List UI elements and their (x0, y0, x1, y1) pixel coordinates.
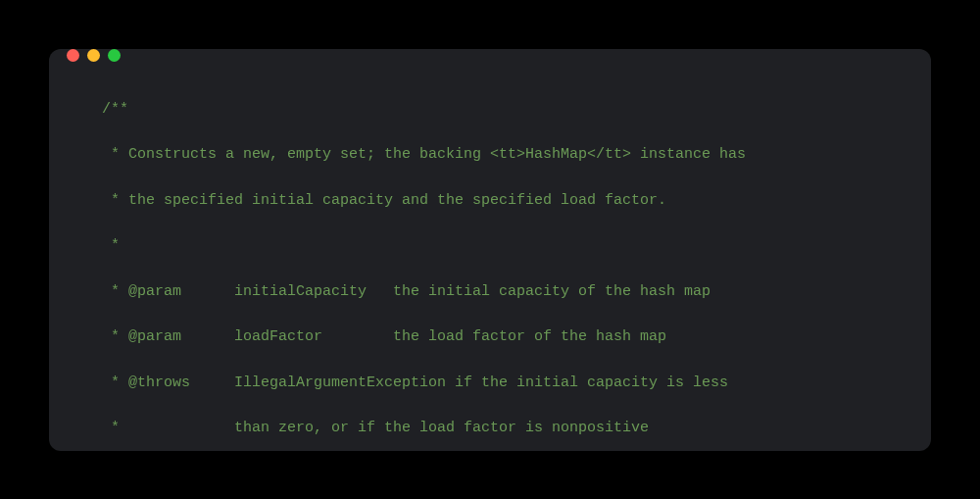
comment-line: * @throws IllegalArgumentException if th… (102, 372, 921, 394)
comment-line: * the specified initial capacity and the… (102, 189, 921, 212)
comment-line: * @param initialCapacity the initial cap… (102, 280, 921, 303)
comment-line: * Constructs a new, empty set; the backi… (102, 143, 921, 166)
comment-line: * than zero, or if the load factor is no… (102, 417, 921, 439)
comment-line: * (102, 234, 921, 257)
comment-line: * @param loadFactor the load factor of t… (102, 325, 921, 348)
window-titlebar (49, 49, 931, 62)
maximize-icon[interactable] (108, 49, 121, 62)
close-icon[interactable] (67, 49, 79, 62)
minimize-icon[interactable] (87, 49, 100, 62)
code-window: /** * Constructs a new, empty set; the b… (49, 49, 931, 451)
code-area: /** * Constructs a new, empty set; the b… (49, 62, 931, 451)
comment-line: /** (102, 98, 921, 121)
